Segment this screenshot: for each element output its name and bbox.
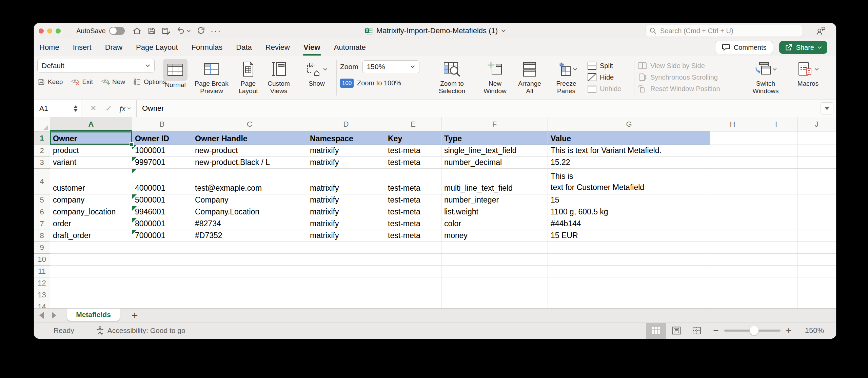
zoom-out-button[interactable]: −: [713, 325, 718, 336]
cell-B11[interactable]: [132, 266, 192, 277]
previous-sheet-icon[interactable]: [39, 312, 44, 319]
column-header-B[interactable]: B: [132, 117, 192, 131]
column-header-A[interactable]: A: [50, 117, 132, 131]
cell-J2[interactable]: [797, 145, 836, 157]
cell-J10[interactable]: [797, 254, 836, 266]
cell-A2[interactable]: product: [50, 145, 132, 157]
cell-A11[interactable]: [50, 266, 132, 277]
row-header-13[interactable]: 13: [34, 289, 50, 301]
status-page-break-view-button[interactable]: [687, 323, 707, 339]
cell-E10[interactable]: [385, 254, 441, 266]
cell-H5[interactable]: [710, 194, 755, 206]
cell-J13[interactable]: [797, 289, 836, 301]
cell-D13[interactable]: [307, 289, 385, 301]
cell-C1[interactable]: Owner Handle: [192, 131, 307, 145]
cell-A12[interactable]: [50, 277, 132, 289]
cell-C7[interactable]: #82734: [192, 218, 307, 230]
cell-B10[interactable]: [132, 254, 192, 266]
status-page-layout-view-button[interactable]: [666, 323, 687, 339]
cell-G5[interactable]: 15: [548, 194, 710, 206]
cell-I11[interactable]: [755, 266, 797, 277]
cell-J9[interactable]: [797, 242, 836, 254]
cell-B12[interactable]: [132, 277, 192, 289]
name-box[interactable]: A1: [34, 100, 81, 117]
synchronous-scrolling-button[interactable]: Synchronous Scrolling: [638, 72, 739, 82]
cell-F7[interactable]: color: [441, 218, 548, 230]
cell-D14[interactable]: [307, 301, 385, 308]
cell-F10[interactable]: [441, 254, 548, 266]
cell-B7[interactable]: 8000001: [132, 218, 192, 230]
cell-H9[interactable]: [710, 242, 755, 254]
cell-I10[interactable]: [755, 254, 797, 266]
column-header-C[interactable]: C: [192, 117, 307, 131]
cell-F11[interactable]: [441, 266, 548, 277]
cell-B8[interactable]: 7000001: [132, 230, 192, 242]
cell-A1[interactable]: Owner: [50, 131, 132, 145]
cell-I5[interactable]: [755, 194, 797, 206]
arrange-all-button[interactable]: Arrange All: [514, 59, 545, 97]
row-header-5[interactable]: 5: [34, 194, 50, 206]
cell-A7[interactable]: order: [50, 218, 132, 230]
save-as-icon[interactable]: [161, 26, 171, 35]
cell-F9[interactable]: [441, 242, 548, 254]
row-header-3[interactable]: 3: [34, 157, 50, 169]
cell-H1[interactable]: [710, 131, 755, 145]
new-window-button[interactable]: New Window: [479, 59, 511, 97]
view-side-by-side-button[interactable]: View Side by Side: [638, 61, 739, 70]
row-header-2[interactable]: 2: [34, 145, 50, 157]
cell-F4[interactable]: multi_line_text_field: [441, 169, 548, 194]
cell-C14[interactable]: [192, 301, 307, 308]
cell-A13[interactable]: [50, 289, 132, 301]
cell-E1[interactable]: Key: [385, 131, 441, 145]
cell-F2[interactable]: single_line_text_field: [441, 145, 548, 157]
cell-J6[interactable]: [797, 206, 836, 218]
cell-E11[interactable]: [385, 266, 441, 277]
cell-J14[interactable]: [797, 301, 836, 308]
add-sheet-button[interactable]: +: [132, 309, 138, 322]
column-header-G[interactable]: G: [548, 117, 710, 131]
zoom-slider-thumb[interactable]: [749, 326, 758, 335]
column-header-D[interactable]: D: [307, 117, 385, 131]
cell-H2[interactable]: [710, 145, 755, 157]
cell-C5[interactable]: Company: [192, 194, 307, 206]
cell-D3[interactable]: matrixify: [307, 157, 385, 169]
normal-view-button[interactable]: Normal: [162, 59, 189, 97]
name-box-stepper[interactable]: [74, 105, 78, 112]
cell-D11[interactable]: [307, 266, 385, 277]
cell-E6[interactable]: test-meta: [385, 206, 441, 218]
cell-B3[interactable]: 9997001: [132, 157, 192, 169]
cell-B6[interactable]: 9946001: [132, 206, 192, 218]
row-header-8[interactable]: 8: [34, 230, 50, 242]
cell-A10[interactable]: [50, 254, 132, 266]
cell-F8[interactable]: money: [441, 230, 548, 242]
cell-A6[interactable]: company_location: [50, 206, 132, 218]
cell-A8[interactable]: draft_order: [50, 230, 132, 242]
select-all-corner[interactable]: [34, 117, 50, 131]
cell-I13[interactable]: [755, 289, 797, 301]
formula-bar-expand-button[interactable]: [821, 102, 833, 114]
cell-I1[interactable]: [755, 131, 797, 145]
cell-C12[interactable]: [192, 277, 307, 289]
cell-E12[interactable]: [385, 277, 441, 289]
cell-H3[interactable]: [710, 157, 755, 169]
cell-I7[interactable]: [755, 218, 797, 230]
cell-C8[interactable]: #D7352: [192, 230, 307, 242]
menu-tab-data[interactable]: Data: [235, 42, 252, 53]
row-header-9[interactable]: 9: [34, 242, 50, 254]
sheet-tab-metafields[interactable]: Metafields: [67, 309, 120, 321]
cell-C2[interactable]: new-product: [192, 145, 307, 157]
cell-J5[interactable]: [797, 194, 836, 206]
redo-icon[interactable]: [196, 26, 205, 35]
title-chevron-icon[interactable]: [501, 29, 506, 33]
share-contacts-icon[interactable]: [816, 26, 826, 36]
cell-E14[interactable]: [385, 301, 441, 308]
cell-A5[interactable]: company: [50, 194, 132, 206]
cell-D7[interactable]: matrixify: [307, 218, 385, 230]
next-sheet-icon[interactable]: [52, 312, 56, 319]
home-icon[interactable]: [132, 26, 142, 36]
cell-E3[interactable]: test-meta: [385, 157, 441, 169]
cell-G2[interactable]: This is text for Variant Metafield.: [548, 145, 710, 157]
menu-tab-automate[interactable]: Automate: [333, 42, 367, 53]
undo-icon[interactable]: [176, 26, 185, 35]
column-header-H[interactable]: H: [710, 117, 755, 131]
